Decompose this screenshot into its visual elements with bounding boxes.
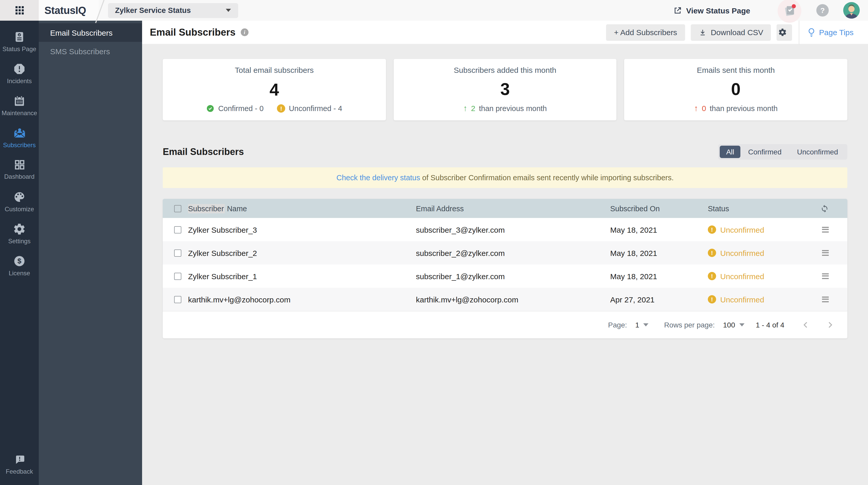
page-select-caret-icon[interactable] [644,323,649,326]
filter-all[interactable]: All [720,146,740,158]
sidebar-item-settings[interactable]: Settings [0,218,39,249]
subnav-item-email-subscribers[interactable]: Email Subscribers [39,23,142,42]
prev-page-button[interactable] [802,321,809,329]
sidebar-item-feedback[interactable]: Feedback [0,449,39,480]
subscribers-icon [13,126,26,139]
sidebar-item-license[interactable]: $ License [0,250,39,281]
portal-selector[interactable]: Zylker Service Status [108,3,238,18]
stat-title: Subscribers added this month [454,66,556,74]
pagination: Page: 1 Rows per page: 100 1 - 4 of 4 [163,311,847,338]
main-content: Email Subscribers + Add Subscribers Down… [142,21,868,485]
stat-value: 4 [270,81,279,98]
banner-text: of Subscriber Confirmation emails sent r… [422,173,674,182]
notifications-button[interactable] [777,0,802,21]
subscriber-email: karthik.mv+lg@zohocorp.com [416,295,518,304]
filter-unconfirmed[interactable]: Unconfirmed [789,146,846,158]
delta-value: 2 [471,104,475,112]
stat-card-added: Subscribers added this month 3 ↑ 2 than … [394,59,616,120]
sidebar-item-label: Customize [5,205,34,213]
column-subscriber-name: SubscriberName [188,204,247,213]
header-actions: + Add Subscribers Download CSV [601,21,860,44]
page-tips-button[interactable]: Page Tips [800,27,860,37]
next-page-button[interactable] [827,321,834,329]
sidebar-item-status-page[interactable]: Status Page [0,26,39,57]
stat-cards: Total email subscribers 4 Confirmed - 0 [163,59,847,120]
app-logo[interactable]: StatusIQ [44,4,86,16]
subscriber-name: Zylker Subscriber_2 [188,249,257,257]
user-avatar[interactable] [843,2,860,19]
refresh-button[interactable] [820,204,829,213]
status-page-icon [13,30,26,43]
delta-line: ↑ 2 than previous month [463,104,547,112]
grid-icon [14,5,25,15]
subscriber-email: subscriber_1@zylker.com [416,272,505,281]
subscribed-date: May 18, 2021 [610,225,657,234]
incidents-icon [13,62,26,75]
stat-title: Emails sent this month [697,66,775,74]
sidebar-item-label: Status Page [3,45,36,53]
sidebar: Status Page Incidents Maintenance [0,21,39,485]
stat-title: Total email subscribers [235,66,314,74]
up-arrow-icon: ↑ [694,104,698,112]
view-status-page-link[interactable]: View Status Page [673,6,750,15]
chevron-right-icon [827,321,834,329]
sidebar-item-dashboard[interactable]: Dashboard [0,154,39,185]
sidebar-item-label: Maintenance [2,109,37,117]
download-csv-button[interactable]: Download CSV [690,24,771,40]
row-menu-button[interactable] [822,271,829,281]
page-title: Email Subscribers [150,27,236,38]
chevron-down-icon [225,9,231,12]
row-menu-button[interactable] [822,295,829,304]
delta-text: than previous month [710,104,778,112]
sidebar-item-customize[interactable]: Customize [0,186,39,217]
subnav-item-sms-subscribers[interactable]: SMS Subscribers [39,42,142,60]
warning-circle-icon [708,295,716,303]
row-checkbox[interactable] [174,296,181,303]
page-header: Email Subscribers + Add Subscribers Down… [142,21,868,44]
refresh-icon [820,204,829,213]
sidebar-item-label: Feedback [6,468,33,475]
rows-per-page-value: 100 [723,321,735,329]
select-all-checkbox[interactable] [174,205,181,212]
subscribers-subnav: Email Subscribers SMS Subscribers [39,21,142,485]
row-checkbox[interactable] [174,249,181,256]
filter-confirmed[interactable]: Confirmed [740,146,789,158]
help-icon[interactable] [816,4,829,17]
app-grid-button[interactable] [0,0,39,21]
rows-select-caret-icon[interactable] [739,323,744,326]
row-checkbox[interactable] [174,226,181,233]
status-filter-group: All Confirmed Unconfirmed [718,144,847,160]
svg-text:$: $ [17,257,21,265]
warning-circle-icon [708,272,716,280]
stat-delta: ↑ 0 than previous month [694,104,778,112]
stat-card-sent: Emails sent this month 0 ↑ 0 than previo… [624,59,847,120]
subnav-item-label: Email Subscribers [50,28,113,37]
subscribed-date: Apr 27, 2021 [610,295,655,304]
add-subscribers-button[interactable]: + Add Subscribers [606,24,685,40]
page-tips-label: Page Tips [819,28,854,37]
section-head: Email Subscribers All Confirmed Unconfir… [163,144,847,160]
warning-circle-icon [708,225,716,234]
customize-icon [13,190,26,203]
row-menu-button[interactable] [822,248,829,257]
subscriber-settings-button[interactable] [777,24,792,40]
sidebar-item-maintenance[interactable]: Maintenance [0,90,39,121]
subscriber-name: Zylker Subscriber_3 [188,225,257,234]
row-menu-button[interactable] [822,225,829,234]
row-checkbox[interactable] [174,272,181,280]
feedback-icon [13,453,26,466]
sidebar-item-incidents[interactable]: Incidents [0,58,39,89]
avatar-icon [843,2,860,19]
status-label: Unconfirmed [720,272,764,281]
up-arrow-icon: ↑ [463,104,467,112]
download-csv-label: Download CSV [711,28,763,37]
sidebar-item-subscribers[interactable]: Subscribers [0,122,39,153]
notifications-icon [782,3,797,18]
view-status-page-label: View Status Page [686,6,750,15]
table-header-row: SubscriberName Email Address Subscribed … [163,199,847,218]
stat-card-total: Total email subscribers 4 Confirmed - 0 [163,59,386,120]
info-icon[interactable] [241,28,249,36]
check-delivery-status-link[interactable]: Check the delivery status [336,173,420,182]
sidebar-item-label: Subscribers [3,141,36,149]
table-row: Zylker Subscriber_2 subscriber_2@zylker.… [163,241,847,264]
